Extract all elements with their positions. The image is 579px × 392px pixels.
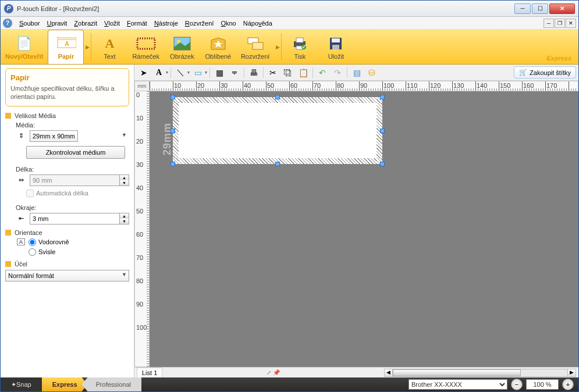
printer-select[interactable]: Brother XX-XXXX bbox=[409, 379, 507, 390]
mode-professional-tab[interactable]: Professional bbox=[82, 377, 142, 391]
length-input[interactable] bbox=[30, 174, 120, 186]
rect-tool[interactable]: ▭ bbox=[191, 66, 205, 79]
resize-handle-se[interactable] bbox=[380, 162, 385, 166]
zoom-in-button[interactable]: + bbox=[562, 379, 574, 390]
text-tool[interactable]: A bbox=[152, 66, 166, 79]
media-select[interactable]: 29mm x 90mm bbox=[30, 130, 78, 142]
ruler-unit[interactable]: mm bbox=[134, 81, 150, 91]
resize-handle-e[interactable] bbox=[380, 129, 385, 133]
ribbon-mode-label: Express bbox=[546, 55, 571, 62]
zoom-level[interactable] bbox=[526, 379, 559, 390]
new-open-icon: 📄 bbox=[14, 35, 35, 52]
horizontal-ruler[interactable]: 1020304050607080901001101201301401501601… bbox=[150, 81, 578, 91]
resize-handle-w[interactable] bbox=[170, 129, 175, 133]
minimize-button[interactable]: ─ bbox=[514, 3, 531, 14]
mode-snap-tab[interactable]: ✦ Snap bbox=[1, 377, 42, 391]
ribbon-new-open[interactable]: 📄 Nový/Otevřít bbox=[1, 30, 48, 64]
menu-format[interactable]: Formát bbox=[123, 18, 151, 28]
undo-tool[interactable]: ↶ bbox=[315, 66, 329, 79]
ribbon-print[interactable]: ✓ Tisk bbox=[282, 30, 318, 64]
ribbon-frame[interactable]: Rámeček bbox=[127, 30, 164, 64]
zoom-out-button[interactable]: − bbox=[511, 379, 523, 390]
align-tool[interactable]: ⫧ bbox=[228, 66, 241, 79]
close-button[interactable]: ✕ bbox=[549, 3, 575, 14]
mdi-minimize-button[interactable]: ─ bbox=[544, 19, 554, 28]
cut-tool[interactable]: ✂ bbox=[266, 66, 280, 79]
ribbon-print-label: Tisk bbox=[294, 53, 306, 60]
length-spinner[interactable]: ▲▼ bbox=[120, 174, 129, 186]
help-icon[interactable]: ? bbox=[3, 19, 12, 28]
paste-tool[interactable]: 📋 bbox=[296, 66, 310, 79]
canvas-area: ➤ A▾ ＼▾ ▭▾ ▦ ⫧ 🖶 ✂ ⿻ 📋 ↶ ↷ ▤ ⛁ 🛒 Zakoupi… bbox=[134, 65, 578, 377]
length-label: Délka: bbox=[16, 166, 129, 173]
resize-handle-n[interactable] bbox=[275, 95, 280, 99]
sheet-tab-1[interactable]: List 1 bbox=[137, 368, 162, 377]
horizontal-scrollbar[interactable]: ◀ ▶ bbox=[384, 369, 576, 377]
ribbon-favorites[interactable]: Oblíbené bbox=[200, 30, 236, 64]
ribbon-image[interactable]: Obrázek bbox=[164, 30, 200, 64]
ribbon-save[interactable]: Uložit bbox=[318, 30, 354, 64]
purpose-select[interactable]: Normální formát bbox=[5, 270, 129, 281]
print-tool[interactable]: 🖶 bbox=[247, 66, 261, 79]
sheet-tabs-bar: List 1 ⤢ 📌 ◀ ▶ bbox=[134, 367, 578, 377]
vertical-ruler[interactable]: 0102030405060708090100 bbox=[134, 91, 150, 367]
ribbon-paper[interactable]: A Papír bbox=[48, 30, 84, 64]
mdi-close-button[interactable]: ✕ bbox=[566, 19, 576, 28]
database-tool[interactable]: ⛁ bbox=[365, 66, 379, 79]
buy-labels-button[interactable]: 🛒 Zakoupit štítky bbox=[514, 66, 576, 79]
orientation-label: Orientace bbox=[15, 229, 42, 236]
svg-rect-16 bbox=[332, 38, 340, 42]
copy-tool[interactable]: ⿻ bbox=[281, 66, 295, 79]
label-object[interactable] bbox=[173, 97, 382, 164]
margins-icon: ⇤ bbox=[16, 215, 26, 222]
line-tool[interactable]: ＼ bbox=[173, 66, 187, 79]
image-icon bbox=[172, 35, 193, 52]
maximize-button[interactable]: ☐ bbox=[532, 3, 548, 14]
menu-napoveda[interactable]: Nápověda bbox=[240, 18, 276, 28]
mdi-restore-button[interactable]: ❐ bbox=[555, 19, 565, 28]
ribbon-expand-2[interactable]: ▶ bbox=[274, 30, 281, 64]
table-tool[interactable]: ▦ bbox=[212, 66, 226, 79]
resize-handle-sw[interactable] bbox=[170, 162, 175, 166]
main-area: Papír Umožňuje specifikovat délku, šířku… bbox=[1, 65, 578, 377]
ribbon-favorites-label: Oblíbené bbox=[205, 53, 232, 60]
ribbon-layout[interactable]: Rozvržení bbox=[236, 30, 275, 64]
svg-text:A: A bbox=[65, 40, 69, 47]
ribbon: 📄 Nový/Otevřít A Papír ▶ A Text Rámeček … bbox=[1, 30, 578, 65]
menu-okno[interactable]: Okno bbox=[217, 18, 239, 28]
svg-rect-17 bbox=[332, 45, 339, 49]
screen-tool[interactable]: ▤ bbox=[350, 66, 364, 79]
menu-zobrazit[interactable]: Zobrazit bbox=[70, 18, 101, 28]
svg-point-7 bbox=[177, 40, 180, 43]
orientation-horizontal-radio[interactable] bbox=[29, 238, 36, 246]
menu-soubor[interactable]: Soubor bbox=[16, 18, 43, 28]
tip-title: Papír bbox=[10, 73, 124, 82]
toolbar: ➤ A▾ ＼▾ ▭▾ ▦ ⫧ 🖶 ✂ ⿻ 📋 ↶ ↷ ▤ ⛁ 🛒 Zakoupi… bbox=[134, 65, 578, 81]
check-medium-button[interactable]: Zkontrolovat médium bbox=[26, 146, 125, 159]
section-orientation: Orientace bbox=[5, 229, 129, 236]
ribbon-paper-label: Papír bbox=[58, 53, 74, 60]
frame-icon bbox=[136, 35, 157, 52]
ribbon-text-label: Text bbox=[104, 53, 115, 60]
ribbon-text[interactable]: A Text bbox=[91, 30, 127, 64]
resize-handle-ne[interactable] bbox=[380, 95, 385, 99]
mode-express-tab[interactable]: Express bbox=[42, 377, 88, 391]
tip-text: Umožňuje specifikovat délku, šířku a ori… bbox=[10, 84, 124, 101]
margins-input[interactable] bbox=[30, 213, 120, 224]
redo-tool[interactable]: ↷ bbox=[331, 66, 344, 79]
menu-nastroje[interactable]: Nástroje bbox=[151, 18, 182, 28]
menu-upravit[interactable]: Upravit bbox=[43, 18, 70, 28]
ribbon-new-open-label: Nový/Otevřít bbox=[5, 53, 43, 60]
orientation-vertical-radio[interactable] bbox=[29, 248, 36, 256]
menu-vlozit[interactable]: Vložit bbox=[101, 18, 123, 28]
resize-handle-s[interactable] bbox=[275, 162, 280, 166]
margins-spinner[interactable]: ▲▼ bbox=[120, 213, 129, 224]
ribbon-expand-1[interactable]: ▶ bbox=[84, 30, 91, 64]
pointer-tool[interactable]: ➤ bbox=[137, 66, 151, 79]
resize-handle-nw[interactable] bbox=[170, 95, 175, 99]
canvas-viewport[interactable]: 29mm x 90mm bbox=[150, 91, 578, 367]
menu-rozvrzeni[interactable]: Rozvržení bbox=[182, 18, 218, 28]
ribbon-save-label: Uložit bbox=[328, 53, 344, 60]
pin-icon[interactable]: ⤢ 📌 bbox=[267, 369, 280, 376]
auto-length-checkbox[interactable] bbox=[26, 190, 34, 197]
